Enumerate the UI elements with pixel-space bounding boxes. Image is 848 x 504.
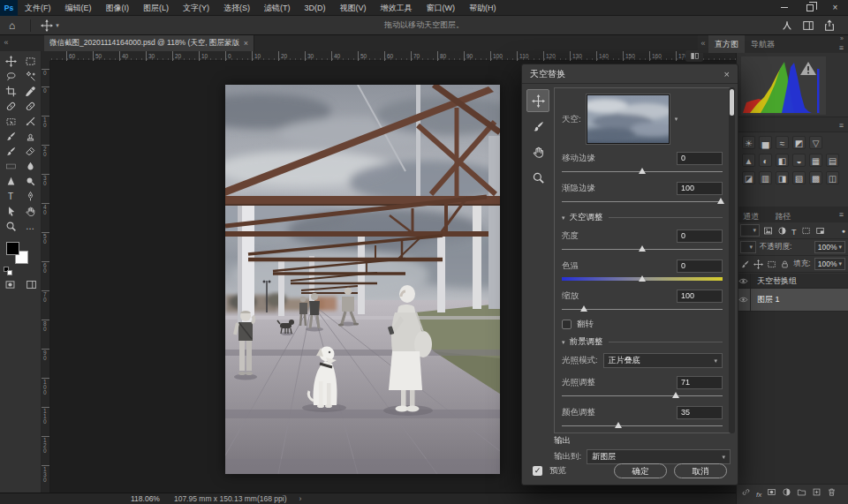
filter-shape-layers-icon[interactable] — [801, 226, 811, 236]
hand-tool[interactable] — [20, 204, 40, 219]
sky-move-tool[interactable] — [526, 89, 549, 112]
collapse-dock-icon[interactable]: « — [698, 35, 708, 53]
filter-smart-objects-icon[interactable] — [815, 226, 825, 236]
add-mask-icon[interactable] — [767, 487, 776, 497]
menu-item-0[interactable]: 文件(F) — [18, 0, 58, 16]
lock-position-icon[interactable] — [753, 260, 763, 269]
home-icon[interactable]: ⌂ — [0, 19, 24, 32]
path-selection-tool[interactable] — [1, 204, 20, 219]
restore-button[interactable] — [797, 0, 822, 16]
histogram-menu-icon[interactable]: ≡ — [839, 43, 844, 52]
move-tool[interactable] — [1, 54, 20, 69]
delete-layer-icon[interactable] — [827, 487, 837, 497]
slider-value-field[interactable]: 0 — [677, 229, 723, 243]
menu-item-5[interactable]: 选择(S) — [216, 0, 257, 16]
eye-icon[interactable] — [737, 274, 751, 288]
adjustment-posterize-icon[interactable]: ▥ — [759, 171, 772, 184]
layer-row[interactable]: 图层 1 — [737, 289, 848, 312]
status-chevron-icon[interactable]: › — [299, 494, 302, 503]
menu-item-3[interactable]: 图层(L) — [136, 0, 176, 16]
new-group-icon[interactable] — [797, 487, 806, 497]
adjustment-photo-filter-icon[interactable]: ◒ — [792, 154, 806, 167]
adjustment-threshold-icon[interactable]: ◨ — [776, 171, 789, 184]
search-icon[interactable] — [781, 19, 793, 32]
adjustment-invert-icon[interactable]: ◪ — [742, 171, 755, 184]
object-selection-tool[interactable] — [1, 114, 20, 129]
layer-row[interactable]: 天空替换组 — [737, 274, 848, 289]
menu-item-11[interactable]: 帮助(H) — [462, 0, 504, 16]
screen-mode-button[interactable] — [26, 279, 37, 290]
gradient-tool[interactable] — [1, 159, 20, 174]
slider-value-field[interactable]: 0 — [677, 152, 723, 165]
adjustment-levels-icon[interactable]: ▅ — [759, 136, 772, 149]
filter-type-layers-icon[interactable]: T — [791, 222, 797, 238]
slider-track[interactable] — [562, 197, 723, 206]
adjustment-exposure-icon[interactable]: ◩ — [792, 136, 806, 149]
slider-value-field[interactable]: 100 — [677, 182, 723, 195]
rectangular-marquee-tool[interactable] — [20, 54, 40, 69]
default-colors-bg-icon[interactable] — [7, 270, 12, 275]
share-icon[interactable] — [823, 19, 836, 32]
layer-effects-icon[interactable]: fx — [756, 485, 761, 500]
fill-field[interactable]: 100%▾ — [814, 258, 845, 270]
crop-tool[interactable] — [1, 84, 20, 99]
blur-tool[interactable] — [20, 159, 40, 174]
menu-item-9[interactable]: 增效工具 — [374, 0, 420, 16]
slider-value-field[interactable]: 71 — [677, 376, 723, 389]
expand-dock-icon[interactable]: » — [840, 35, 844, 42]
slider-thumb[interactable] — [717, 198, 724, 204]
adjustment-hue-saturation-icon[interactable]: ▲ — [742, 154, 755, 167]
opacity-field[interactable]: 100%▾ — [814, 241, 845, 253]
slider-thumb[interactable] — [615, 422, 622, 428]
adjustment-mask-icon[interactable]: ◫ — [826, 171, 839, 184]
type-tool[interactable]: T — [1, 189, 20, 204]
document-tab[interactable]: 微信截图_20201114164000.psd @ 118% (天空, 图层蒙版… — [44, 35, 254, 51]
eyedropper-tool[interactable] — [20, 84, 40, 99]
adjustments-menu-icon[interactable]: ≡ — [839, 121, 844, 130]
dialog-scrollbar[interactable] — [729, 87, 735, 433]
close-button[interactable]: × — [822, 0, 848, 16]
menu-item-4[interactable]: 文字(Y) — [176, 0, 216, 16]
foreground-adjust-header[interactable]: ▾前景调整 — [562, 336, 723, 348]
slider-thumb[interactable] — [672, 392, 679, 398]
dodge-tool[interactable] — [20, 174, 40, 189]
layers-menu-icon[interactable]: ≡ — [839, 210, 844, 219]
lock-all-icon[interactable] — [780, 260, 790, 269]
slider-track[interactable] — [562, 421, 723, 430]
dialog-close-icon[interactable]: × — [724, 69, 730, 79]
brush-tool[interactable] — [1, 129, 20, 144]
sky-dropdown-icon[interactable]: ▾ — [675, 116, 678, 123]
workspace-switcher-icon[interactable] — [802, 19, 814, 32]
slider-track[interactable] — [562, 391, 723, 400]
lighting-mode-dropdown[interactable]: 正片叠底▾ — [603, 353, 723, 368]
slice-tool[interactable] — [20, 114, 40, 129]
slider-value-field[interactable]: 100 — [677, 290, 723, 303]
new-adjustment-layer-icon[interactable] — [782, 487, 791, 497]
ok-button[interactable]: 确定 — [614, 463, 667, 478]
menu-item-2[interactable]: 图像(I) — [99, 0, 137, 16]
tab-close-icon[interactable]: × — [244, 39, 248, 48]
sky-hand-tool[interactable] — [526, 140, 549, 163]
quick-mask-button[interactable] — [4, 279, 16, 290]
adjustment-curves-icon[interactable]: ≈ — [776, 136, 789, 149]
menu-item-10[interactable]: 窗口(W) — [420, 0, 463, 16]
zoom-tool[interactable] — [1, 219, 20, 234]
adjustment-vibrance-icon[interactable]: ▽ — [809, 136, 822, 149]
filter-adjustment-layers-icon[interactable] — [777, 226, 787, 236]
history-brush-tool[interactable] — [1, 144, 20, 159]
new-layer-icon[interactable] — [812, 487, 822, 497]
sky-adjust-header[interactable]: ▾天空调整 — [562, 212, 723, 223]
tab-histogram[interactable]: 直方图 — [708, 35, 745, 53]
slider-track[interactable] — [562, 305, 723, 313]
adjustment-gradient-map-icon[interactable]: ▧ — [792, 171, 806, 184]
menu-item-1[interactable]: 编辑(E) — [58, 0, 99, 16]
slider-value-field[interactable]: 35 — [677, 406, 723, 419]
adjustment-color-lookup-icon[interactable]: ▤ — [826, 154, 839, 167]
spot-healing-brush-tool[interactable] — [1, 99, 20, 114]
sky-thumbnail[interactable] — [587, 94, 670, 144]
adjustment-color-balance-icon[interactable]: ◐ — [759, 154, 772, 167]
cancel-button[interactable]: 取消 — [674, 463, 727, 478]
lock-artboard-icon[interactable] — [767, 260, 776, 269]
menu-item-6[interactable]: 滤镜(T) — [257, 0, 298, 16]
zoom-level-field[interactable]: 118.06% — [131, 494, 160, 503]
